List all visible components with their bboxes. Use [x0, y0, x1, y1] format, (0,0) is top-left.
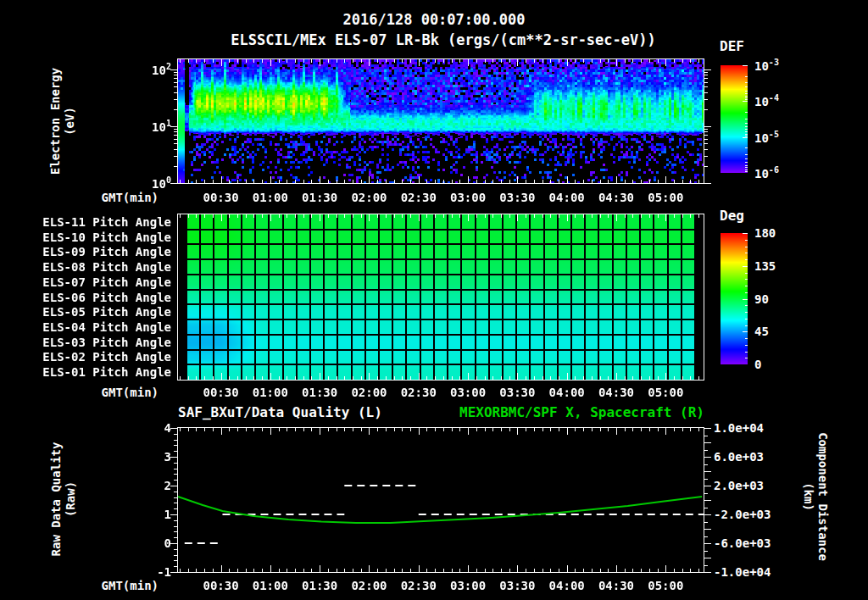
- time-tick-label: 01:00: [253, 191, 288, 204]
- time-tick-label: 03:30: [499, 579, 535, 592]
- energy-tick-label: 100: [152, 175, 171, 191]
- quality-axis-label-line1: Raw Data Quality: [49, 442, 64, 557]
- time-tick-label: 03:00: [450, 191, 486, 204]
- deg-colorbar-canvas: [721, 233, 748, 364]
- time-tick-label: 03:00: [450, 386, 486, 399]
- time-tick-label: 02:30: [401, 579, 437, 592]
- spectrogram-panel-canvas: [168, 49, 714, 193]
- deg-colorbar-tick-label: 135: [754, 259, 776, 273]
- distance-tick-label: 1.0e+04: [714, 421, 764, 435]
- time-tick-label: 04:30: [598, 579, 634, 592]
- deg-colorbar-tick-label: 90: [754, 292, 769, 306]
- pitch-row-label: ELS-11 Pitch Angle: [42, 215, 171, 229]
- time-tick-label: 01:30: [302, 579, 337, 592]
- def-colorbar-tick-label: 10-5: [754, 130, 779, 145]
- gmt-axis-label: GMT(min): [102, 579, 159, 592]
- time-tick-label: 01:00: [253, 386, 288, 399]
- distance-tick-label: -1.0e+04: [714, 565, 771, 579]
- deg-colorbar-tick-label: 45: [754, 325, 769, 338]
- distance-axis-label-line2: (km): [801, 432, 815, 561]
- time-tick-label: 00:30: [203, 191, 238, 204]
- energy-tick-label: 101: [152, 119, 171, 134]
- quality-tick-label: 4: [164, 421, 171, 435]
- def-colorbar-title: DEF: [720, 38, 744, 54]
- distance-tick-label: 6.0e+03: [714, 450, 764, 464]
- energy-axis-label: Electron Energy (eV): [48, 68, 77, 175]
- pitch-row-label: ELS-10 Pitch Angle: [42, 231, 171, 244]
- def-colorbar-tick-label: 10-6: [754, 165, 779, 181]
- quality-axis-label: Raw Data Quality (Raw): [49, 442, 78, 557]
- time-tick-label: 04:00: [549, 579, 585, 592]
- pitch-row-label: ELS-01 Pitch Angle: [42, 365, 171, 379]
- pitch-row-label: ELS-02 Pitch Angle: [42, 350, 171, 364]
- pitch-row-label: ELS-05 Pitch Angle: [42, 305, 171, 319]
- deg-colorbar-title: Deg: [720, 208, 744, 224]
- plot-screen: 2016/128 00:07:00.000 ELSSCIL/MEx ELS-07…: [0, 0, 868, 600]
- distance-axis-label-line1: Component Distance: [815, 432, 830, 561]
- distance-tick-label: -2.0e+03: [714, 508, 771, 521]
- time-tick-label: 02:30: [401, 191, 437, 204]
- gmt-axis-label: GMT(min): [102, 386, 159, 399]
- gmt-axis-label: GMT(min): [102, 191, 159, 204]
- pitch-row-label: ELS-08 Pitch Angle: [42, 260, 171, 274]
- energy-tick-label: 102: [152, 62, 171, 77]
- time-tick-label: 04:30: [598, 191, 634, 204]
- pitch-angle-panel-canvas: [168, 204, 714, 390]
- def-colorbar-canvas: [721, 65, 748, 173]
- timestamp-title: 2016/128 00:07:00.000: [343, 11, 526, 28]
- time-tick-label: 01:30: [302, 386, 337, 399]
- time-tick-label: 02:30: [401, 386, 437, 399]
- time-tick-label: 05:00: [648, 191, 683, 204]
- plot-title: ELSSCIL/MEx ELS-07 LR-Bk (ergs/(cm**2-sr…: [231, 31, 656, 48]
- pitch-row-label: ELS-06 Pitch Angle: [42, 291, 171, 304]
- quality-tick-label: 0: [164, 536, 171, 550]
- quality-axis-label-line2: (Raw): [64, 442, 78, 557]
- energy-axis-label-line1: Electron Energy: [48, 68, 63, 175]
- pitch-row-label: ELS-07 Pitch Angle: [42, 275, 171, 289]
- time-tick-label: 00:30: [203, 386, 238, 399]
- quality-tick-label: 2: [164, 479, 171, 492]
- quality-tick-label: 3: [164, 450, 171, 464]
- pitch-row-label: ELS-09 Pitch Angle: [42, 245, 171, 258]
- time-tick-label: 04:00: [549, 386, 585, 399]
- distance-tick-label: 2.0e+03: [714, 479, 764, 492]
- time-tick-label: 03:30: [499, 386, 535, 399]
- timeseries-panel-canvas: [168, 418, 714, 582]
- time-tick-label: 02:00: [351, 579, 387, 592]
- distance-axis-label: Component Distance (km): [801, 432, 830, 561]
- quality-tick-label: -1: [157, 565, 171, 579]
- pitch-row-label: ELS-04 Pitch Angle: [42, 320, 171, 334]
- time-tick-label: 00:30: [203, 579, 238, 592]
- deg-colorbar-tick-label: 180: [754, 226, 776, 240]
- time-tick-label: 01:30: [302, 191, 337, 204]
- distance-tick-label: -6.0e+03: [714, 536, 771, 550]
- time-tick-label: 03:30: [499, 191, 535, 204]
- def-colorbar-tick-label: 10-3: [754, 58, 779, 73]
- pitch-row-label: ELS-03 Pitch Angle: [42, 336, 171, 349]
- deg-colorbar-tick-label: 0: [754, 358, 761, 371]
- time-tick-label: 05:00: [648, 386, 683, 399]
- quality-tick-label: 1: [164, 508, 171, 521]
- time-tick-label: 04:00: [549, 191, 585, 204]
- time-tick-label: 01:00: [253, 579, 288, 592]
- time-tick-label: 02:00: [351, 191, 387, 204]
- time-tick-label: 02:00: [351, 386, 387, 399]
- time-tick-label: 05:00: [648, 579, 683, 592]
- time-tick-label: 03:00: [450, 579, 486, 592]
- def-colorbar-tick-label: 10-4: [754, 94, 779, 109]
- energy-axis-label-line2: (eV): [63, 68, 77, 175]
- time-tick-label: 04:30: [598, 386, 634, 399]
